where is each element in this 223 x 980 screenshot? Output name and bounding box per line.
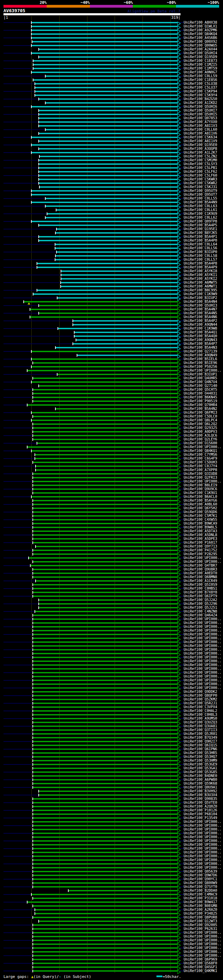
hit-bar[interactable] [33,844,177,845]
hit-bar[interactable] [33,703,177,704]
hit-bar[interactable] [33,932,177,934]
hit-bar[interactable] [37,263,177,264]
hit-bar[interactable] [69,890,177,891]
hit-bar[interactable] [33,955,177,956]
hit-bar[interactable] [33,523,177,524]
hit-bar[interactable] [39,99,177,100]
hit-bar[interactable] [35,913,177,914]
hit-bar[interactable] [37,290,177,291]
hit-bar[interactable] [33,569,177,570]
hit-bar[interactable] [32,37,177,38]
hit-bar[interactable] [33,550,177,551]
hit-bar[interactable] [33,377,177,379]
hit-bar[interactable] [33,951,177,953]
hit-bar[interactable] [33,917,177,918]
hit-bar[interactable] [33,515,177,517]
hit-bar[interactable] [39,110,177,111]
hit-bar[interactable] [32,72,177,73]
hit-bar[interactable] [33,821,177,822]
hit-bar[interactable] [32,351,177,352]
hit-bar[interactable] [33,725,177,727]
hit-bar[interactable] [32,894,177,895]
hit-bar[interactable] [40,186,177,188]
hit-bar[interactable] [33,886,177,888]
hit-bar[interactable] [33,852,177,853]
hit-bar[interactable] [32,52,177,54]
hit-bar[interactable] [27,404,177,406]
hit-bar[interactable] [58,328,177,329]
hit-bar[interactable] [61,278,177,280]
hit-bar[interactable] [39,125,177,127]
hit-bar[interactable] [33,672,177,673]
hit-bar[interactable] [33,584,177,585]
hit-bar[interactable] [58,297,177,299]
hit-bar[interactable] [34,79,177,81]
hit-bar[interactable] [39,313,177,314]
hit-bar[interactable] [39,599,177,601]
hit-bar[interactable] [33,787,177,788]
hit-bar[interactable] [32,366,177,368]
hit-bar[interactable] [33,829,177,830]
hit-bar[interactable] [33,779,177,780]
hit-bar[interactable] [33,393,177,394]
hit-bar[interactable] [33,936,177,937]
hit-bar[interactable] [39,118,177,119]
hit-bar[interactable] [55,244,177,245]
hit-bar[interactable] [36,546,177,547]
hit-bar[interactable] [33,542,177,543]
hit-bar[interactable] [46,198,177,199]
hit-bar[interactable] [33,963,177,964]
hit-bar[interactable] [33,485,177,486]
hit-bar[interactable] [33,741,177,742]
hit-bar[interactable] [39,121,177,123]
hit-bar[interactable] [33,649,177,651]
hit-bar[interactable] [33,481,177,482]
hit-bar[interactable] [33,863,177,865]
hit-bar[interactable] [39,171,177,172]
hit-bar[interactable] [32,137,177,138]
hit-bar[interactable] [33,427,177,429]
hit-bar[interactable] [27,446,177,448]
hit-bar[interactable] [30,565,177,566]
hit-bar[interactable] [33,626,177,627]
hit-bar[interactable] [39,224,177,226]
hit-bar[interactable] [33,477,177,478]
hit-bar[interactable] [33,595,177,597]
hit-bar[interactable] [33,676,177,677]
hit-bar[interactable] [32,450,177,452]
hit-bar[interactable] [32,221,177,222]
hit-bar[interactable] [33,684,177,685]
hit-bar[interactable] [33,813,177,815]
hit-bar[interactable] [76,339,177,341]
hit-bar[interactable] [39,240,177,241]
hit-bar[interactable] [32,152,177,153]
hit-bar[interactable] [29,557,177,558]
hit-bar[interactable] [33,806,177,807]
hit-bar[interactable] [33,660,177,662]
hit-bar[interactable] [33,764,177,765]
hit-bar[interactable] [27,901,177,903]
hit-label[interactable]: UniRef100_Q4KMK1 [184,969,217,973]
hit-bar[interactable] [35,87,177,88]
hit-bar[interactable] [33,752,177,754]
hit-bar[interactable] [33,856,177,857]
hit-bar[interactable] [39,794,177,796]
hit-bar[interactable] [33,519,177,520]
hit-bar[interactable] [46,129,177,130]
hit-bar[interactable] [33,905,177,907]
hit-bar[interactable] [39,49,177,50]
hit-bar[interactable] [33,435,177,436]
hit-bar[interactable] [32,144,177,146]
hit-bar[interactable] [33,397,177,398]
hit-bar[interactable] [33,504,177,505]
hit-bar[interactable] [34,60,177,62]
hit-bar[interactable] [61,274,177,276]
hit-bar[interactable] [32,45,177,46]
hit-bar[interactable] [33,928,177,929]
hit-bar[interactable] [33,714,177,716]
hit-bar[interactable] [33,783,177,784]
hit-bar[interactable] [39,791,177,792]
hit-bar[interactable] [33,473,177,474]
hit-bar[interactable] [33,679,177,681]
hit-bar[interactable] [39,148,177,150]
